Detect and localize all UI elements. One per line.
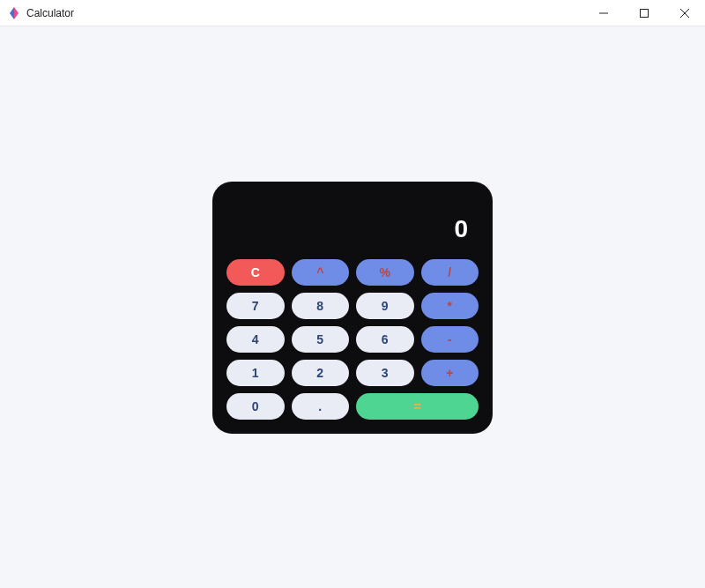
decimal-button[interactable]: . [292, 393, 350, 420]
clear-button[interactable]: C [226, 259, 285, 286]
zero-button[interactable]: 0 [226, 393, 285, 420]
titlebar: Calculator [0, 0, 705, 26]
maximize-button[interactable] [624, 0, 664, 26]
three-button[interactable]: 3 [356, 360, 414, 386]
multiply-button[interactable]: * [421, 293, 479, 319]
close-icon [680, 9, 689, 18]
calculator: 0 C ^ % / 7 8 9 * 4 5 6 - 1 2 3 + 0 . [212, 182, 493, 434]
power-button[interactable]: ^ [292, 259, 350, 286]
close-button[interactable] [664, 0, 705, 26]
nine-button[interactable]: 9 [356, 293, 414, 319]
minimize-icon [599, 9, 608, 18]
window-controls [583, 0, 705, 26]
calculator-display: 0 [226, 196, 479, 259]
svg-rect-1 [641, 9, 649, 17]
app-window: Calculator 0 C ^ % / 7 8 9 [0, 0, 705, 588]
two-button[interactable]: 2 [292, 360, 350, 386]
plus-button[interactable]: + [421, 360, 479, 386]
window-title: Calculator [26, 7, 74, 19]
four-button[interactable]: 4 [226, 326, 285, 353]
minimize-button[interactable] [583, 0, 624, 26]
content-area: 0 C ^ % / 7 8 9 * 4 5 6 - 1 2 3 + 0 . [0, 26, 705, 588]
app-icon [7, 6, 21, 20]
keypad: C ^ % / 7 8 9 * 4 5 6 - 1 2 3 + 0 . = [226, 259, 479, 420]
one-button[interactable]: 1 [226, 360, 285, 386]
six-button[interactable]: 6 [356, 326, 414, 353]
five-button[interactable]: 5 [292, 326, 350, 353]
equals-button[interactable]: = [356, 393, 479, 420]
divide-button[interactable]: / [421, 259, 479, 286]
minus-button[interactable]: - [421, 326, 479, 353]
eight-button[interactable]: 8 [292, 293, 350, 319]
titlebar-left: Calculator [7, 6, 74, 20]
seven-button[interactable]: 7 [226, 293, 285, 319]
maximize-icon [640, 9, 649, 18]
percent-button[interactable]: % [356, 259, 414, 286]
